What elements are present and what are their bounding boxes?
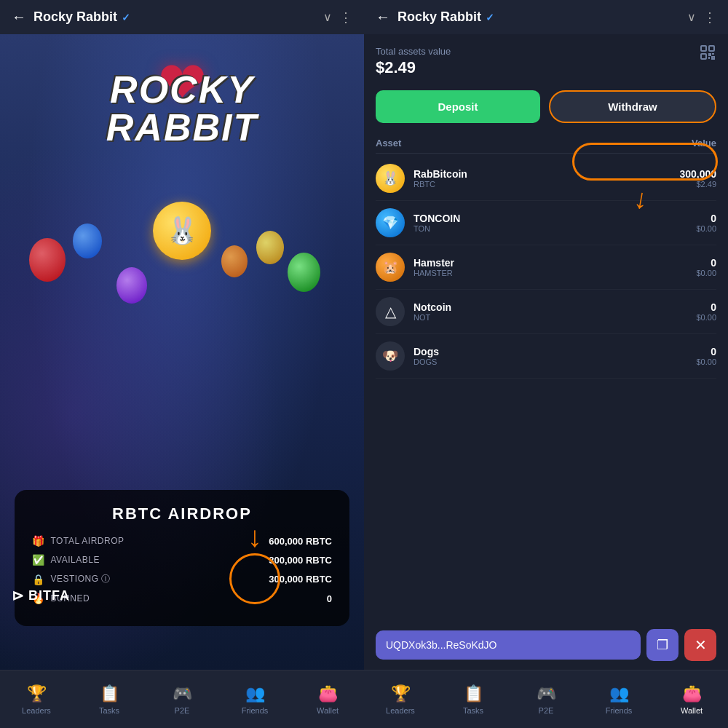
p2e-label-left: P2E — [175, 706, 190, 715]
nav-item-p2e-right[interactable]: 🎮 P2E — [510, 684, 582, 715]
available-text: AVAILABLE — [51, 555, 100, 565]
nav-item-wallet-right[interactable]: 👛 Wallet — [655, 684, 728, 715]
asset-row-notcoin[interactable]: △ Notcoin NOT 0 $0.00 — [376, 290, 716, 334]
bitfa-text: BITFA — [28, 588, 70, 604]
ton-name: TONCOIN — [414, 213, 696, 224]
nav-item-tasks-left[interactable]: 📋 Tasks — [73, 684, 146, 715]
notcoin-info: Notcoin NOT — [414, 301, 696, 322]
copy-icon: ❐ — [657, 637, 668, 653]
asset-row-ton[interactable]: 💎 TONCOIN TON 0 $0.00 — [376, 201, 716, 245]
tasks-label-left: Tasks — [99, 706, 119, 715]
vesting-text: VESTIONG ⓘ — [51, 573, 111, 585]
airdrop-row-total: 🎁 TOTAL AIRDROP 600,000 RBTC — [32, 535, 332, 547]
tasks-icon-right: 📋 — [464, 684, 483, 703]
logo-rocky-text: ROCKY — [106, 71, 258, 108]
hamster-value-col: 0 $0.00 — [696, 257, 716, 277]
ton-info: TONCOIN TON — [414, 213, 696, 233]
nav-item-friends-left[interactable]: 👥 Friends — [218, 684, 291, 715]
asset-row-hamster[interactable]: 🐹 Hamster HAMSTER 0 $0.00 — [376, 245, 716, 290]
available-icon: ✅ — [32, 554, 45, 566]
hamster-amount: 0 — [696, 257, 716, 269]
hamster-usd: $0.00 — [696, 269, 716, 277]
nav-item-wallet-left[interactable]: 👛 Wallet — [291, 684, 364, 715]
hamster-info: Hamster HAMSTER — [414, 257, 696, 277]
svg-rect-2 — [701, 54, 706, 59]
right-chevron-icon[interactable]: ∨ — [687, 10, 696, 24]
total-airdrop-text: TOTAL AIRDROP — [51, 536, 124, 546]
dogs-name: Dogs — [414, 346, 696, 357]
nav-item-p2e-left[interactable]: 🎮 P2E — [146, 684, 218, 715]
asset-row-rbtc[interactable]: 🐰 RabBitcoin RBTC 300,000 $2.49 — [376, 157, 716, 201]
airdrop-row-vesting: 🔒 VESTIONG ⓘ 300,000 RBTC — [32, 573, 332, 585]
nav-item-friends-right[interactable]: 👥 Friends — [582, 684, 655, 715]
rbtc-value-col: 300,000 $2.49 — [679, 168, 716, 189]
notcoin-icon: △ — [376, 297, 405, 326]
wallet-address-input[interactable] — [376, 630, 641, 660]
p2e-label-right: P2E — [539, 706, 554, 715]
rbtc-info: RabBitcoin RBTC — [414, 168, 679, 189]
left-app-title: Rocky Rabbit ✓ — [33, 9, 316, 25]
wallet-label-right: Wallet — [681, 706, 703, 715]
right-panel: ← Rocky Rabbit ✓ ∨ ⋮ Total assets value … — [364, 0, 728, 728]
left-panel: ← Rocky Rabbit ✓ ∨ ⋮ ❤ ROCKY RABBIT 🐰 — [0, 0, 364, 728]
nav-item-leaders-left[interactable]: 🏆 Leaders — [0, 684, 73, 715]
dogs-ticker: DOGS — [414, 357, 696, 366]
rbtc-icon: 🐰 — [376, 164, 405, 193]
friends-label-right: Friends — [606, 706, 633, 715]
wallet-close-button[interactable]: ✕ — [684, 629, 716, 661]
right-more-icon[interactable]: ⋮ — [703, 9, 716, 25]
airdrop-title: RBTC AIRDROP — [32, 505, 332, 523]
withdraw-button[interactable]: Withdraw — [549, 90, 716, 123]
hero-area: ❤ ROCKY RABBIT 🐰 RBTC AIRDROP 🎁 TOTAL AI… — [0, 34, 364, 670]
left-bottom-nav: 🏆 Leaders 📋 Tasks 🎮 P2E 👥 Friends 👛 Wall… — [0, 670, 364, 728]
wallet-icon-left: 👛 — [318, 684, 338, 703]
asset-row-dogs[interactable]: 🐶 Dogs DOGS 0 $0.00 — [376, 334, 716, 379]
left-more-icon[interactable]: ⋮ — [339, 9, 352, 25]
burned-value: 0 — [327, 593, 332, 604]
deposit-button[interactable]: Deposit — [376, 90, 540, 123]
back-button-left[interactable]: ← — [12, 9, 26, 25]
rbtc-ticker: RBTC — [414, 180, 679, 189]
left-chevron-icon[interactable]: ∨ — [323, 10, 332, 24]
svg-rect-1 — [709, 46, 714, 51]
asset-list: 🐰 RabBitcoin RBTC 300,000 $2.49 💎 TONCOI… — [376, 157, 716, 609]
dogs-icon: 🐶 — [376, 341, 405, 371]
dogs-amount: 0 — [696, 346, 716, 357]
left-verified-badge: ✓ — [122, 12, 130, 23]
back-button-right[interactable]: ← — [376, 9, 390, 25]
notcoin-name: Notcoin — [414, 301, 696, 313]
wallet-copy-button[interactable]: ❐ — [646, 629, 678, 661]
tasks-icon-left: 📋 — [100, 684, 119, 703]
hamster-icon: 🐹 — [376, 253, 405, 282]
action-buttons: Deposit Withdraw — [376, 90, 716, 123]
rbtc-usd: $2.49 — [679, 180, 716, 189]
nav-item-tasks-right[interactable]: 📋 Tasks — [437, 684, 510, 715]
friends-icon-left: 👥 — [245, 684, 265, 703]
close-icon: ✕ — [695, 636, 707, 654]
logo-rabbit-text: RABBIT — [106, 108, 258, 146]
assets-header: Total assets value $2.49 — [376, 46, 716, 77]
notcoin-usd: $0.00 — [696, 313, 716, 322]
rocky-rabbit-logo: ROCKY RABBIT — [106, 71, 258, 146]
dogs-usd: $0.00 — [696, 357, 716, 366]
value-col-header: Value — [692, 138, 716, 149]
wallet-address-bar: ❐ ✕ — [376, 629, 716, 661]
notcoin-ticker: NOT — [414, 313, 696, 322]
tasks-label-right: Tasks — [463, 706, 483, 715]
right-app-title: Rocky Rabbit ✓ — [397, 9, 680, 25]
nav-item-leaders-right[interactable]: 🏆 Leaders — [364, 684, 437, 715]
scan-icon[interactable] — [699, 44, 716, 66]
coin-emoji: 🐰 — [166, 215, 199, 246]
bitfa-icon: ⊳ — [12, 587, 24, 604]
ton-icon: 💎 — [376, 208, 405, 237]
right-title-text: Rocky Rabbit — [397, 9, 481, 25]
vesting-value: 300,000 RBTC — [269, 574, 332, 585]
rbtc-name: RabBitcoin — [414, 168, 679, 180]
ton-usd: $0.00 — [696, 224, 716, 233]
wallet-label-left: Wallet — [317, 706, 339, 715]
right-verified-badge: ✓ — [486, 12, 494, 23]
vesting-label: 🔒 VESTIONG ⓘ — [32, 573, 111, 585]
assets-value: $2.49 — [376, 58, 716, 77]
right-panel-wrapper: ← Rocky Rabbit ✓ ∨ ⋮ Total assets value … — [364, 0, 728, 728]
dogs-value-col: 0 $0.00 — [696, 346, 716, 366]
